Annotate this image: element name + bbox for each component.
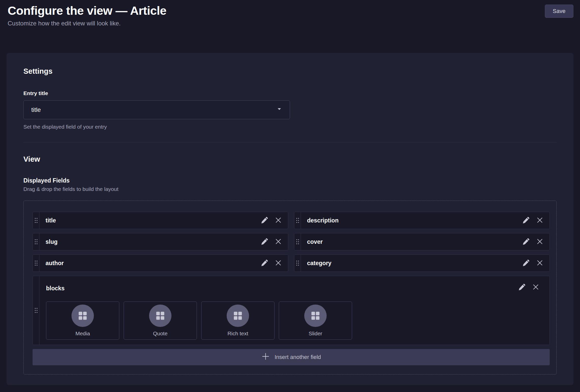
field-row-blocks[interactable]: blocks Media [33, 276, 550, 345]
edit-field-button[interactable] [258, 257, 271, 269]
grid-icon [149, 305, 171, 327]
row-actions [520, 255, 549, 272]
field-row-author[interactable]: author [33, 254, 288, 272]
field-row-cover[interactable]: cover [294, 233, 550, 250]
entry-title-hint: Set the displayed field of your entry [23, 124, 557, 130]
view-heading: View [23, 155, 557, 163]
edit-field-button[interactable] [516, 281, 528, 293]
field-row-label: description [301, 212, 520, 229]
remove-field-button[interactable] [530, 281, 542, 293]
row-actions [516, 281, 545, 293]
view-section: View Displayed Fields Drag & drop the fi… [23, 155, 557, 374]
blocks-header: blocks [46, 281, 545, 293]
displayed-fields-subtitle: Drag & drop the fields to build the layo… [23, 186, 557, 192]
drag-handle-icon[interactable] [294, 255, 301, 272]
insert-field-button[interactable]: Insert another field [33, 349, 550, 365]
plus-icon [261, 352, 270, 362]
settings-heading: Settings [23, 67, 557, 76]
edit-field-button[interactable] [520, 214, 532, 227]
insert-field-label: Insert another field [274, 354, 321, 360]
component-label: Quote [153, 330, 167, 337]
drag-handle-icon[interactable] [33, 276, 39, 345]
remove-field-button[interactable] [272, 257, 284, 269]
component-card-slider[interactable]: Slider [279, 301, 352, 340]
section-divider [23, 142, 557, 142]
close-icon [536, 216, 544, 225]
pencil-icon [518, 283, 526, 292]
row-actions [520, 233, 549, 250]
page-header: Configure the view — Article Customize h… [0, 0, 580, 27]
field-row-label: title [39, 212, 258, 229]
component-card-media[interactable]: Media [46, 301, 119, 340]
save-button[interactable]: Save [545, 5, 573, 18]
pencil-icon [261, 238, 268, 246]
edit-field-button[interactable] [520, 257, 532, 269]
row-actions [258, 212, 288, 229]
edit-field-button[interactable] [258, 214, 271, 227]
drag-handle-icon[interactable] [294, 233, 301, 250]
row-actions [258, 255, 288, 272]
component-label: Rich text [227, 330, 248, 337]
field-row-title[interactable]: title [33, 212, 288, 229]
pencil-icon [261, 259, 268, 267]
component-label: Media [75, 330, 90, 337]
close-icon [532, 283, 540, 292]
close-icon [536, 259, 544, 267]
settings-section: Settings Entry title title Set the displ… [23, 67, 557, 130]
blocks-components: Media Quote Rich text [46, 301, 545, 340]
component-card-rich-text[interactable]: Rich text [201, 301, 274, 340]
edit-field-button[interactable] [520, 236, 532, 248]
close-icon [274, 216, 282, 225]
displayed-fields-heading: Displayed Fields [23, 177, 557, 184]
field-row-description[interactable]: description [294, 212, 550, 229]
main-card: Settings Entry title title Set the displ… [7, 53, 573, 385]
page-title: Configure the view — Article [8, 4, 572, 18]
row-actions [258, 233, 288, 250]
grid-icon [71, 305, 94, 327]
drag-handle-icon[interactable] [33, 233, 39, 250]
remove-field-button[interactable] [272, 214, 284, 227]
drag-handle-icon[interactable] [33, 255, 39, 272]
grid-icon [227, 305, 249, 327]
entry-title-select-value: title [31, 106, 41, 113]
close-icon [274, 238, 282, 246]
pencil-icon [522, 216, 530, 225]
component-label: Slider [309, 330, 322, 337]
entry-title-select[interactable]: title [23, 100, 290, 119]
row-actions [520, 212, 549, 229]
entry-title-label: Entry title [23, 90, 557, 96]
blocks-content: blocks Media [39, 276, 549, 345]
edit-field-button[interactable] [258, 236, 271, 248]
field-row-category[interactable]: category [294, 254, 550, 272]
drag-handle-icon[interactable] [294, 212, 301, 229]
field-row-label: cover [301, 233, 520, 250]
field-row-label: category [301, 255, 520, 272]
chevron-down-icon [277, 106, 282, 113]
field-row-slug[interactable]: slug [33, 233, 288, 250]
pencil-icon [522, 259, 530, 267]
drag-handle-icon[interactable] [33, 212, 39, 229]
remove-field-button[interactable] [534, 236, 546, 248]
close-icon [274, 259, 282, 267]
pencil-icon [522, 238, 530, 246]
field-row-label: blocks [46, 283, 65, 292]
field-row-label: author [39, 255, 258, 272]
component-card-quote[interactable]: Quote [124, 301, 197, 340]
fields-drop-zone: title description [23, 201, 557, 374]
remove-field-button[interactable] [534, 214, 546, 227]
close-icon [536, 238, 544, 246]
remove-field-button[interactable] [272, 236, 284, 248]
grid-icon [304, 305, 327, 327]
field-row-label: slug [39, 233, 258, 250]
entry-title-field-group: Entry title title Set the displayed fiel… [23, 90, 557, 130]
page-subtitle: Customize how the edit view will look li… [8, 20, 572, 27]
remove-field-button[interactable] [534, 257, 546, 269]
pencil-icon [261, 216, 268, 225]
